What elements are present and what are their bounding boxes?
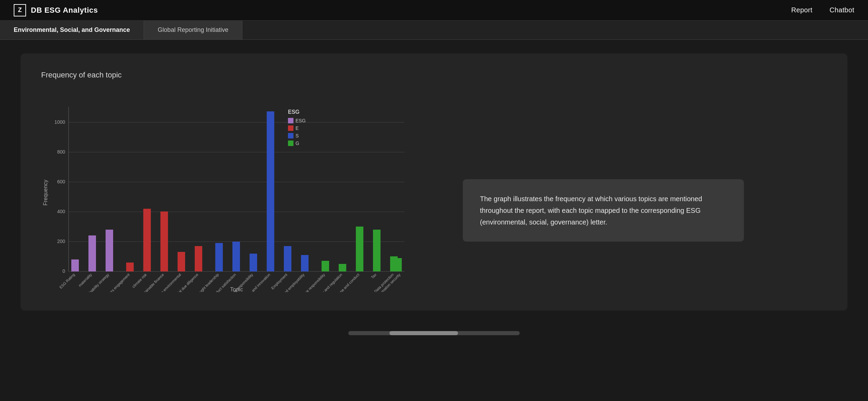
chart-title: Frequency of each topic: [41, 71, 827, 80]
bar-product-satisfaction: [232, 242, 240, 271]
bar-corporate-resp: [250, 254, 257, 271]
main-content: Frequency of each topic Frequency 0 200: [0, 40, 868, 324]
svg-text:Tax: Tax: [370, 272, 377, 280]
chart-svg: Frequency 0 200 400 600 800: [41, 93, 435, 292]
bar-public-policy: [339, 264, 346, 271]
svg-text:climate risk: climate risk: [131, 272, 148, 289]
x-axis-label: Topic: [230, 287, 243, 292]
scrollbar-track[interactable]: [348, 331, 520, 335]
svg-text:200: 200: [57, 239, 65, 244]
bar-stakeholders: [126, 263, 134, 271]
legend-esg-label: ESG: [296, 118, 306, 123]
bar-data-protection: [390, 256, 398, 271]
bar-human-rights: [195, 246, 202, 271]
svg-text:ESG Rating: ESG Rating: [59, 272, 76, 290]
bar-employability: [301, 255, 309, 271]
bar-sustainable-finance: [160, 211, 168, 271]
legend-e-label: E: [296, 125, 299, 131]
legend-s-label: S: [296, 133, 299, 138]
app-header: Z DB ESG Analytics Report Chatbot: [0, 0, 868, 21]
bar-esg-rating: [71, 259, 79, 271]
svg-text:600: 600: [57, 179, 65, 184]
bar-sustainability: [106, 230, 113, 271]
bar-climate: [143, 209, 151, 271]
scrollbar-area: [0, 324, 868, 339]
svg-text:1000: 1000: [55, 119, 65, 125]
legend-title: ESG: [288, 109, 300, 115]
svg-text:Employment: Employment: [270, 272, 288, 290]
legend-g-label: G: [296, 141, 299, 146]
bar-materiality: [88, 235, 96, 271]
bar-culture: [322, 261, 329, 271]
header-nav: Report Chatbot: [791, 6, 854, 14]
bar-anti-financial: [356, 227, 363, 271]
svg-text:800: 800: [57, 149, 65, 155]
bar-employment: [284, 246, 291, 271]
bar-inhouse-env: [178, 252, 185, 271]
svg-text:materiality: materiality: [77, 272, 93, 288]
chart-description: The graph illustrates the frequency at w…: [463, 179, 744, 242]
tab-esg[interactable]: Environmental, Social, and Governance: [0, 21, 144, 39]
legend-g-swatch: [288, 141, 293, 146]
tab-gri[interactable]: Global Reporting Initiative: [144, 21, 242, 39]
scrollbar-thumb[interactable]: [389, 331, 458, 335]
chart-area: Frequency 0 200 400 600 800: [41, 93, 827, 293]
bar-tax: [373, 230, 381, 271]
tab-bar: Environmental, Social, and Governance Gl…: [0, 21, 868, 40]
bar-digitisation: [267, 111, 274, 271]
app-title: DB ESG Analytics: [31, 6, 98, 15]
nav-report[interactable]: Report: [791, 6, 812, 14]
nav-chatbot[interactable]: Chatbot: [830, 6, 854, 14]
legend-e-swatch: [288, 125, 293, 131]
legend-s-swatch: [288, 133, 293, 138]
svg-text:0: 0: [62, 268, 65, 274]
svg-text:400: 400: [57, 209, 65, 214]
legend-esg-swatch: [288, 118, 293, 123]
y-axis-label: Frequency: [43, 180, 48, 206]
chart-card: Frequency of each topic Frequency 0 200: [21, 53, 847, 311]
bar-chart: Frequency 0 200 400 600 800: [41, 93, 435, 293]
bar-client: [215, 243, 223, 271]
bar-info-security: [397, 258, 402, 271]
header-brand: Z DB ESG Analytics: [14, 4, 98, 16]
logo-icon: Z: [14, 4, 26, 16]
